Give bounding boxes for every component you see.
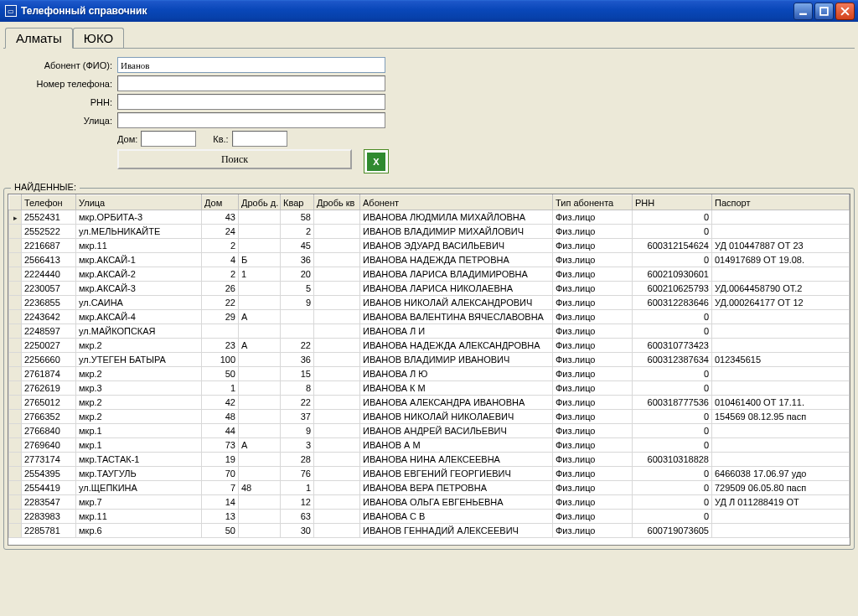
cell-phone: 2283547 <box>22 495 76 510</box>
table-row[interactable]: 2256660ул.УТЕГЕН БАТЫРА10036ИВАНОВ ВЛАДИ… <box>9 353 850 367</box>
table-row[interactable]: 2285781мкр.65030ИВАНОВ ГЕННАДИЙ АЛЕКСЕЕВ… <box>9 524 850 538</box>
table-row[interactable]: 2766352мкр.24837ИВАНОВ НИКОЛАЙ НИКОЛАЕВИ… <box>9 410 850 424</box>
cell-pass <box>712 324 850 339</box>
export-excel-button[interactable]: X <box>364 149 389 173</box>
col-street[interactable]: Улица <box>76 195 202 210</box>
table-row[interactable]: 2248597ул.МАЙКОПСКАЯИВАНОВА Л ИФиз.лицо0 <box>9 324 850 339</box>
table-row[interactable]: 2766840мкр.1449ИВАНОВ АНДРЕЙ ВАСИЛЬЕВИЧФ… <box>9 424 850 438</box>
table-row[interactable]: 2761874мкр.25015ИВАНОВА Л ЮФиз.лицо0 <box>9 367 850 381</box>
table-row[interactable]: 2554419ул.ЩЕПКИНА7481ИВАНОВА ВЕРА ПЕТРОВ… <box>9 481 850 495</box>
table-row[interactable]: 2762619мкр.318ИВАНОВА К МФиз.лицо0 <box>9 381 850 396</box>
col-kvart[interactable]: Квар <box>281 195 314 210</box>
cell-type: Физ.лицо <box>553 438 633 453</box>
rnn-input[interactable] <box>117 94 385 110</box>
col-rnn[interactable]: РНН <box>633 195 712 210</box>
col-abon[interactable]: Абонент <box>360 195 553 210</box>
cell-street: мкр.6 <box>76 524 202 538</box>
rowhead-corner <box>9 195 22 210</box>
table-row[interactable]: 2243642мкр.АКСАЙ-429АИВАНОВА ВАЛЕНТИНА В… <box>9 310 850 324</box>
table-row[interactable]: 2224440мкр.АКСАЙ-22120ИВАНОВА ЛАРИСА ВЛА… <box>9 267 850 282</box>
results-grid[interactable]: Телефон Улица Дом Дробь д. Квар Дробь кв… <box>8 194 850 546</box>
cell-drob <box>239 324 281 339</box>
phone-input[interactable] <box>117 75 385 91</box>
table-row[interactable]: 2769640мкр.173А3ИВАНОВ А МФиз.лицо0 <box>9 438 850 453</box>
results-scroll[interactable]: Телефон Улица Дом Дробь д. Квар Дробь кв… <box>8 194 850 545</box>
cell-phone: 2250027 <box>22 339 76 353</box>
table-row[interactable]: 2216687мкр.11245ИВАНОВ ЭДУАРД ВАСИЛЬЕВИЧ… <box>9 239 850 253</box>
cell-abon: ИВАНОВ ЕВГЕНИЙ ГЕОРГИЕВИЧ <box>360 467 553 481</box>
cell-drobkv <box>314 353 360 367</box>
house-input[interactable] <box>141 131 196 147</box>
cell-type: Физ.лицо <box>553 282 633 296</box>
cell-drobkv <box>314 310 360 324</box>
cell-phone: 2285781 <box>22 524 76 538</box>
col-type[interactable]: Тип абонента <box>553 195 633 210</box>
cell-pass <box>712 225 850 239</box>
cell-drobkv <box>314 253 360 267</box>
search-button-label: Поиск <box>221 153 248 166</box>
table-row[interactable]: 2552522ул.МЕЛЬНИКАЙТЕ242ИВАНОВ ВЛАДИМИР … <box>9 225 850 239</box>
col-phone[interactable]: Телефон <box>22 195 76 210</box>
cell-pass <box>712 367 850 381</box>
tab-uko[interactable]: ЮКО <box>73 28 124 48</box>
cell-house: 24 <box>202 225 239 239</box>
table-row[interactable]: 2283983мкр.111363ИВАНОВА С ВФиз.лицо0 <box>9 510 850 524</box>
table-row[interactable]: 2236855ул.САИНА229ИВАНОВ НИКОЛАЙ АЛЕКСАН… <box>9 296 850 310</box>
cell-abon: ИВАНОВ ГЕННАДИЙ АЛЕКСЕЕВИЧ <box>360 524 553 538</box>
flat-input[interactable] <box>232 131 287 147</box>
row-indicator <box>9 282 22 296</box>
cell-house: 2 <box>202 267 239 282</box>
cell-phone: 2552522 <box>22 225 76 239</box>
cell-type: Физ.лицо <box>553 410 633 424</box>
cell-kvart: 9 <box>281 296 314 310</box>
cell-house: 44 <box>202 424 239 438</box>
cell-drob <box>239 524 281 538</box>
table-row[interactable]: 2765012мкр.24222ИВАНОВА АЛЕКСАНДРА ИВАНО… <box>9 396 850 410</box>
cell-drob: 48 <box>239 481 281 495</box>
table-row[interactable]: 2773174мкр.ТАСТАК-11928ИВАНОВА НИНА АЛЕК… <box>9 453 850 467</box>
cell-drobkv <box>314 481 360 495</box>
cell-street: мкр.11 <box>76 239 202 253</box>
cell-kvart: 5 <box>281 282 314 296</box>
cell-street: ул.МЕЛЬНИКАЙТЕ <box>76 225 202 239</box>
cell-house: 22 <box>202 296 239 310</box>
row-indicator <box>9 396 22 410</box>
cell-street: мкр.АКСАЙ-3 <box>76 282 202 296</box>
cell-kvart: 37 <box>281 410 314 424</box>
col-pass[interactable]: Паспорт <box>712 195 850 210</box>
cell-street: мкр.АКСАЙ-1 <box>76 253 202 267</box>
cell-rnn: 600312154624 <box>633 239 712 253</box>
col-house[interactable]: Дом <box>202 195 239 210</box>
cell-abon: ИВАНОВ ЭДУАРД ВАСИЛЬЕВИЧ <box>360 239 553 253</box>
col-drob[interactable]: Дробь д. <box>239 195 281 210</box>
cell-pass: 014917689 ОТ 19.08. <box>712 253 850 267</box>
minimize-button[interactable] <box>793 3 813 20</box>
cell-drob <box>239 396 281 410</box>
table-row[interactable]: 2566413мкр.АКСАЙ-14Б36ИВАНОВА НАДЕЖДА ПЕ… <box>9 253 850 267</box>
cell-street: ул.САИНА <box>76 296 202 310</box>
table-row[interactable]: 2250027мкр.223А22ИВАНОВА НАДЕЖДА АЛЕКСАН… <box>9 339 850 353</box>
cell-abon: ИВАНОВА НАДЕЖДА АЛЕКСАНДРОВНА <box>360 339 553 353</box>
table-row[interactable]: 2283547мкр.71412ИВАНОВА ОЛЬГА ЕВГЕНЬЕВНА… <box>9 495 850 510</box>
cell-rnn: 600310773423 <box>633 339 712 353</box>
cell-abon: ИВАНОВА АЛЕКСАНДРА ИВАНОВНА <box>360 396 553 410</box>
row-indicator <box>9 210 22 225</box>
maximize-button[interactable] <box>814 3 834 20</box>
cell-pass: 6466038 17.06.97 удо <box>712 467 850 481</box>
fio-input[interactable] <box>117 57 385 73</box>
cell-rnn: 600312283646 <box>633 296 712 310</box>
cell-pass: УД 010447887 ОТ 23 <box>712 239 850 253</box>
table-row[interactable]: 2552431мкр.ОРБИТА-34358ИВАНОВА ЛЮДМИЛА М… <box>9 210 850 225</box>
search-button[interactable]: Поиск <box>117 149 352 169</box>
tab-almaty[interactable]: Алматы <box>5 28 73 49</box>
col-drobkv[interactable]: Дробь кв <box>314 195 360 210</box>
street-input[interactable] <box>117 112 385 128</box>
cell-house: 13 <box>202 510 239 524</box>
table-row[interactable]: 2230057мкр.АКСАЙ-3265ИВАНОВА ЛАРИСА НИКО… <box>9 282 850 296</box>
row-indicator <box>9 510 22 524</box>
cell-phone: 2566413 <box>22 253 76 267</box>
row-indicator <box>9 367 22 381</box>
table-row[interactable]: 2554395мкр.ТАУГУЛЬ7076ИВАНОВ ЕВГЕНИЙ ГЕО… <box>9 467 850 481</box>
close-button[interactable] <box>835 3 855 20</box>
cell-drobkv <box>314 210 360 225</box>
